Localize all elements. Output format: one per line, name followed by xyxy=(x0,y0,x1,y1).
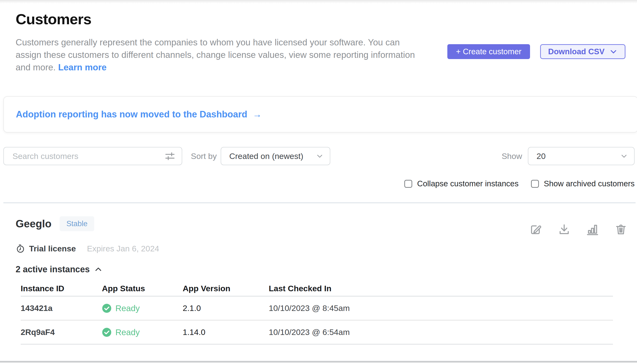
channel-badge: Stable xyxy=(60,216,94,231)
last-checked-in: 10/10/2023 @ 6:54am xyxy=(269,328,613,337)
table-header-row: Instance ID App Status App Version Last … xyxy=(21,281,613,296)
show-count-select[interactable]: 20 xyxy=(528,147,634,165)
last-checked-in: 10/10/2023 @ 8:45am xyxy=(269,304,613,313)
status-text: Ready xyxy=(115,304,140,313)
filter-sliders-icon[interactable] xyxy=(164,150,175,162)
section-divider xyxy=(3,202,635,203)
chevron-down-icon xyxy=(609,48,617,56)
col-app-status: App Status xyxy=(102,284,183,293)
check-circle-icon xyxy=(102,304,112,313)
license-type: Trial license xyxy=(29,244,76,253)
checkbox-row: Collapse customer instances Show archive… xyxy=(0,179,634,188)
customer-actions xyxy=(529,223,627,236)
caret-up-icon xyxy=(94,265,103,274)
table-row: 143421a Ready 2.1.0 10/10/2023 @ 8:45am xyxy=(21,296,613,320)
status-badge: Ready xyxy=(102,328,183,337)
license-expiry: Expires Jan 6, 2024 xyxy=(87,244,159,253)
table-row: 2Rq9aF4 Ready 1.14.0 10/10/2023 @ 6:54am xyxy=(21,320,613,344)
collapse-instances-checkbox[interactable] xyxy=(404,180,412,188)
instance-id: 143421a xyxy=(21,304,102,313)
top-scroll-fade xyxy=(0,0,637,3)
trial-clock-icon xyxy=(16,244,25,253)
download-csv-label: Download CSV xyxy=(548,47,604,56)
chevron-down-icon xyxy=(316,152,324,160)
customers-page: Customers Customers generally represent … xyxy=(0,10,637,362)
bottom-divider xyxy=(0,361,637,362)
arrow-right-icon: → xyxy=(253,109,262,120)
customer-header: Geeglo Stable xyxy=(16,216,627,236)
col-app-version: App Version xyxy=(183,284,269,293)
adoption-banner-link[interactable]: Adoption reporting has now moved to the … xyxy=(16,109,262,120)
show-label: Show xyxy=(502,152,522,161)
sort-select-value: Created on (newest) xyxy=(229,152,303,161)
bar-chart-button[interactable] xyxy=(586,223,599,236)
status-text: Ready xyxy=(115,328,140,337)
active-instances-label: 2 active instances xyxy=(16,264,90,274)
sort-by-label: Sort by xyxy=(191,152,217,161)
adoption-banner: Adoption reporting has now moved to the … xyxy=(3,96,637,132)
page-title: Customers xyxy=(16,10,637,28)
show-archived-label: Show archived customers xyxy=(544,179,634,188)
adoption-banner-text: Adoption reporting has now moved to the … xyxy=(16,109,247,120)
filter-row: Sort by Created on (newest) Show 20 xyxy=(3,147,634,165)
search-wrap xyxy=(3,147,182,165)
search-input[interactable] xyxy=(3,147,182,165)
learn-more-link[interactable]: Learn more xyxy=(58,62,107,72)
status-badge: Ready xyxy=(102,304,183,313)
create-customer-button[interactable]: + Create customer xyxy=(447,44,530,59)
active-instances-toggle[interactable]: 2 active instances xyxy=(16,264,103,274)
app-version: 2.1.0 xyxy=(183,304,269,313)
chevron-down-icon xyxy=(620,152,628,160)
show-archived-toggle[interactable]: Show archived customers xyxy=(531,179,634,188)
edit-customer-button[interactable] xyxy=(529,223,542,236)
col-last-checked-in: Last Checked In xyxy=(269,284,613,293)
download-csv-button[interactable]: Download CSV xyxy=(540,44,625,59)
instance-id: 2Rq9aF4 xyxy=(21,328,102,337)
show-archived-checkbox[interactable] xyxy=(531,180,539,188)
license-row: Trial license Expires Jan 6, 2024 xyxy=(16,244,637,253)
sort-select[interactable]: Created on (newest) xyxy=(221,147,330,165)
show-count-value: 20 xyxy=(537,152,546,161)
delete-customer-button[interactable] xyxy=(614,223,627,236)
check-circle-icon xyxy=(102,328,112,337)
col-instance-id: Instance ID xyxy=(21,284,102,293)
instances-table: Instance ID App Status App Version Last … xyxy=(21,281,613,344)
customer-name: Geeglo xyxy=(16,216,52,231)
collapse-instances-label: Collapse customer instances xyxy=(417,179,519,188)
download-license-button[interactable] xyxy=(558,223,571,236)
header-actions: + Create customer Download CSV xyxy=(447,44,625,59)
page-description: Customers generally represent the compan… xyxy=(16,36,424,74)
app-version: 1.14.0 xyxy=(183,328,269,337)
collapse-instances-toggle[interactable]: Collapse customer instances xyxy=(404,179,519,188)
